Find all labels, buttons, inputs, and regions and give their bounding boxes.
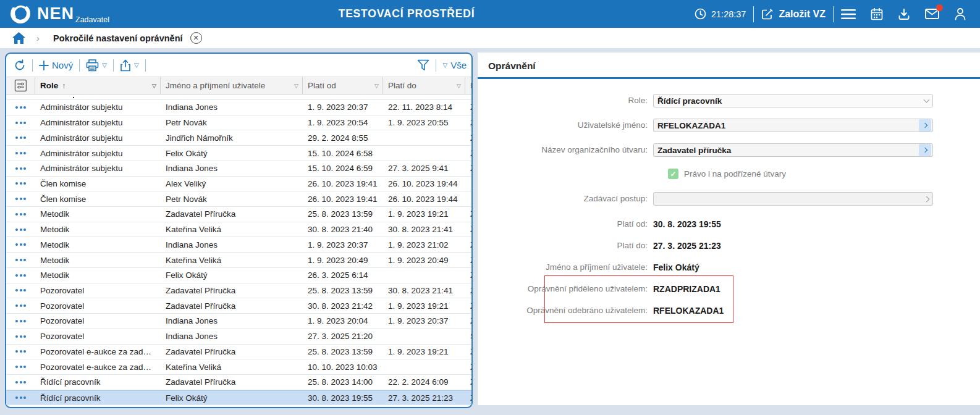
filter-valid-to-icon[interactable]: ▽ <box>457 83 461 89</box>
divider <box>436 59 436 72</box>
top-bar: NEN Zadavatel TESTOVACÍ PROSTŘEDÍ 21:28:… <box>0 0 980 28</box>
row-menu-button[interactable] <box>6 198 35 200</box>
table-row[interactable]: Administrátor subjektuJindřich Námořník2… <box>6 130 471 146</box>
org-unit-field[interactable]: Zadavatel příručka <box>653 143 933 157</box>
sub-units-checkbox[interactable]: ✓ <box>668 169 678 179</box>
filter-button[interactable] <box>417 59 429 71</box>
procedure-lookup-icon[interactable] <box>924 196 930 202</box>
row-menu-button[interactable] <box>6 182 35 185</box>
procedure-field[interactable] <box>653 192 933 206</box>
row-menu-button[interactable] <box>6 335 35 338</box>
row-menu-button[interactable] <box>6 106 35 109</box>
cell-org-unit-clipped: Z <box>465 164 473 173</box>
valid-from-label: Platí od: <box>478 217 648 231</box>
row-menu-button[interactable] <box>6 381 35 384</box>
download-button[interactable] <box>890 0 918 28</box>
table-row[interactable]: MetodikZadavatel Příručka25. 8. 2023 13:… <box>6 207 471 222</box>
row-menu-button[interactable] <box>6 274 35 277</box>
filter-name-icon[interactable]: ▽ <box>294 83 298 89</box>
table-row[interactable]: Řídící pracovníkFelix Okátý30. 8. 2023 1… <box>6 390 471 406</box>
table-row[interactable]: Administrátor subjektuPetr Novák1. 9. 20… <box>6 115 471 131</box>
filter-role-icon[interactable]: ▽ <box>152 83 156 89</box>
cell-valid-from: 25. 8. 2023 13:59 <box>303 286 383 295</box>
row-menu-button[interactable] <box>6 350 35 353</box>
column-header-valid-from[interactable]: Platí od ▽ <box>303 77 383 94</box>
print-dropdown-icon[interactable]: ▽ <box>102 62 107 69</box>
table-row[interactable]: PozorovatelZadavatel Příručka25. 8. 2023… <box>6 283 471 299</box>
row-menu-button[interactable] <box>6 213 35 216</box>
cell-role: Člen komise <box>35 179 161 188</box>
table-row[interactable]: PozorovatelIndiana Jones27. 3. 2025 21:2… <box>6 329 471 345</box>
row-menu-button[interactable] <box>6 366 35 368</box>
table-row[interactable]: MetodikKateřina Veliká30. 8. 2023 21:403… <box>6 222 471 238</box>
cell-role: Pozorovatel <box>35 301 161 311</box>
table-row[interactable]: Člen komisePetr Novák26. 10. 2023 19:412… <box>6 191 471 207</box>
view-filter-dropdown[interactable]: ▽ Vše <box>442 60 467 70</box>
cell-name: Indiana Jones <box>161 240 303 249</box>
create-vz-button[interactable]: Založit VZ <box>754 0 833 28</box>
table-row[interactable]: Pozorovatel e-aukce za zadava...Kateřina… <box>6 359 471 375</box>
cell-valid-from: 30. 8. 2023 21:42 <box>303 301 383 311</box>
cell-role: Pozorovatel e-aukce za zadava... <box>35 363 161 372</box>
table-row[interactable]: PozorovatelZadavatel Příručka30. 8. 2023… <box>6 298 471 314</box>
profile-button[interactable] <box>947 0 974 28</box>
cell-org-unit-clipped: S <box>465 332 473 341</box>
divider <box>32 59 33 72</box>
home-button[interactable] <box>12 32 25 44</box>
removed-by-value: RFELOKAZADA1 <box>653 304 724 317</box>
row-menu-button[interactable] <box>6 152 35 154</box>
cell-role: Metodik <box>35 225 161 234</box>
nen-logo[interactable]: NEN Zadavatel <box>9 2 109 25</box>
three-dots-icon <box>15 335 26 338</box>
row-menu-button[interactable] <box>6 167 35 170</box>
cell-valid-to: 1. 9. 2023 19:21 <box>383 209 465 219</box>
table-row[interactable]: Administrátor subjektuIndiana Jones15. 1… <box>6 161 471 177</box>
row-menu-button[interactable] <box>6 243 35 246</box>
calendar-button[interactable] <box>863 0 890 28</box>
menu-button[interactable] <box>834 0 863 28</box>
row-menu-button[interactable] <box>6 259 35 261</box>
row-menu-button[interactable] <box>6 122 35 124</box>
table-row[interactable]: PozorovatelIndiana Jones1. 9. 2023 20:04… <box>6 314 471 329</box>
row-menu-button[interactable] <box>6 228 35 231</box>
column-settings-button[interactable] <box>6 77 35 94</box>
row-menu-button[interactable] <box>6 304 35 307</box>
cell-valid-to: 30. 8. 2023 21:41 <box>383 225 465 234</box>
export-dropdown-icon[interactable]: ▽ <box>134 62 139 69</box>
column-header-name[interactable]: Jméno a příjmení uživatele ▽ <box>161 77 303 94</box>
export-button[interactable]: ▽ <box>120 59 139 72</box>
filter-valid-from-icon[interactable]: ▽ <box>374 83 379 89</box>
column-header-org-unit-clipped[interactable]: N <box>465 77 473 94</box>
cell-valid-from: 15. 10. 2024 6:58 <box>303 149 383 158</box>
row-menu-button[interactable] <box>6 320 35 322</box>
username-lookup-button[interactable] <box>919 119 931 132</box>
print-button[interactable]: ▽ <box>86 59 107 72</box>
column-header-valid-to[interactable]: Platí do ▽ <box>383 77 465 94</box>
chevron-down-icon <box>924 97 930 103</box>
cell-name: Kateřina Veliká <box>161 256 303 265</box>
cell-org-unit-clipped: Z <box>465 347 473 356</box>
table-row[interactable]: MetodikKateřina Veliká1. 9. 2023 20:491.… <box>6 253 471 268</box>
table-row[interactable]: MetodikFelix Okátý26. 3. 2025 6:14Z <box>6 268 471 283</box>
close-tab-icon[interactable]: ✕ <box>190 32 202 44</box>
cell-valid-from: 1. 9. 2023 20:37 <box>303 240 383 249</box>
row-menu-button[interactable] <box>6 289 35 291</box>
role-select[interactable]: Řídící pracovník <box>653 94 933 107</box>
table-row[interactable]: Pozorovatel e-aukce za zadava...Zadavate… <box>6 345 471 360</box>
username-field[interactable]: RFELOKAZADA1 <box>653 119 933 132</box>
refresh-button[interactable] <box>14 59 26 72</box>
three-dots-icon <box>15 182 26 185</box>
messages-button[interactable] <box>918 0 947 28</box>
new-record-button[interactable]: Nový <box>39 60 73 70</box>
column-header-role[interactable]: Role ↑ ▽ <box>35 77 161 94</box>
table-row[interactable]: Člen komiseAlex Veliký26. 10. 2023 19:41… <box>6 177 471 192</box>
grid-toolbar: Nový ▽ ▽ ▽ Vše <box>6 54 471 77</box>
table-row[interactable]: Řídící pracovníkZadavatel Příručka25. 8.… <box>6 375 471 390</box>
org-unit-lookup-button[interactable] <box>919 144 931 156</box>
permissions-grid-panel: Nový ▽ ▽ ▽ Vše <box>5 52 473 408</box>
table-row[interactable]: Administrátor subjektuFelix Okátý15. 10.… <box>6 146 471 161</box>
table-row[interactable]: MetodikIndiana Jones1. 9. 2023 20:371. 9… <box>6 237 471 253</box>
row-menu-button[interactable] <box>6 396 35 399</box>
row-menu-button[interactable] <box>6 136 35 139</box>
table-row[interactable]: Administrátor subjektuIndiana Jones1. 9.… <box>6 100 471 115</box>
